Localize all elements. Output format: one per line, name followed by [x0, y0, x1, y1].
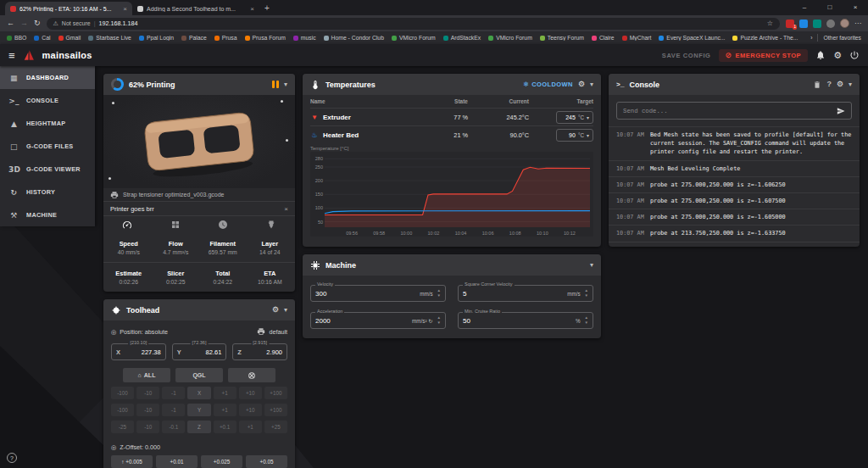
stats-tab-grid-icon[interactable] — [170, 220, 181, 230]
move-button[interactable]: -10 — [136, 421, 159, 433]
machine-limit-field[interactable]: Velocity 300 mm/s ▲▼ — [310, 285, 446, 302]
sidebar-item[interactable]: 3D G-CODE VIEWER — [0, 158, 95, 181]
browser-tab[interactable]: 62% Printing - ETA: 10:16 AM - 5... × — [5, 2, 132, 15]
save-config-button[interactable]: SAVE CONFIG — [662, 52, 711, 59]
bookmark-item[interactable]: Puzzle Archive - The... — [732, 35, 798, 41]
temperature-chart[interactable]: 5010015020025028009:5609:5810:0010:0210:… — [310, 152, 593, 237]
bookmark-item[interactable]: Every SpaceX Launc... — [659, 35, 725, 41]
collapse-chevron-icon[interactable]: ▾ — [284, 306, 287, 314]
refresh-button[interactable]: ↻ — [34, 20, 41, 27]
console-help-icon[interactable]: ? — [826, 81, 832, 88]
extension-icon[interactable] — [799, 20, 808, 28]
bookmark-item[interactable]: ArdStackEx — [443, 35, 481, 41]
sidebar-item[interactable]: ⚒ MACHINE — [0, 203, 95, 226]
bookmark-item[interactable]: VMicro Forum — [488, 35, 532, 41]
cooldown-button[interactable]: ❄ COOLDOWN — [523, 81, 573, 88]
move-button[interactable]: Z — [187, 421, 210, 433]
sidebar-item[interactable]: ▦ DASHBOARD — [0, 66, 95, 89]
stepper-arrows[interactable]: ▲▼ — [437, 289, 441, 298]
back-button[interactable]: ← — [7, 20, 14, 27]
bookmark-item[interactable]: Ppal Login — [139, 35, 174, 41]
bookmark-item[interactable]: Cal — [34, 35, 50, 41]
hamburger-menu-icon[interactable]: ≡ — [8, 50, 15, 61]
move-button[interactable]: -100 — [111, 387, 134, 399]
bookmark-item[interactable]: VMicro Forum — [392, 35, 436, 41]
z-offset-button[interactable]: +0.025 — [201, 455, 242, 468]
notifications-bell-icon[interactable] — [815, 50, 826, 60]
emergency-stop-button[interactable]: ⊘ EMERGENCY STOP — [719, 49, 809, 62]
move-button[interactable]: +100 — [264, 387, 287, 399]
tab-close-icon[interactable]: × — [123, 5, 127, 13]
trash-icon[interactable] — [813, 81, 821, 89]
stats-tab-gauge-icon[interactable] — [122, 220, 132, 230]
window-maximize-button[interactable]: □ — [817, 0, 843, 15]
move-button[interactable]: +1 — [214, 404, 236, 416]
console-command-input[interactable] — [623, 108, 832, 114]
bookmark-item[interactable]: music — [293, 35, 316, 41]
collapse-chevron-icon[interactable]: ▾ — [849, 81, 852, 88]
move-button[interactable]: X — [187, 387, 210, 399]
pause-button[interactable] — [272, 81, 279, 88]
screws-tilt-button[interactable] — [228, 368, 275, 382]
collapse-chevron-icon[interactable]: ▾ — [590, 261, 593, 269]
bookmark-item[interactable]: Home - Condor Club — [324, 35, 384, 41]
move-button[interactable]: -100 — [111, 404, 134, 416]
move-button[interactable]: +10 — [239, 404, 262, 416]
settings-gear-icon[interactable]: ⚙ — [833, 51, 842, 60]
move-button[interactable]: -1 — [162, 387, 185, 399]
new-tab-button[interactable]: + — [259, 2, 275, 15]
collapse-chevron-icon[interactable]: ▾ — [590, 81, 593, 88]
machine-limit-field[interactable]: Min. Cruise Ratio 50 % ▲▼ — [458, 312, 593, 329]
move-button[interactable]: +10 — [239, 387, 262, 399]
move-button[interactable]: +1 — [239, 421, 262, 433]
url-field[interactable]: ⚠ Not secure | 192.168.1.184 ☆ — [47, 18, 780, 30]
stats-tab-clock-icon[interactable] — [218, 220, 228, 230]
browser-menu-icon[interactable]: ⋯ — [854, 20, 861, 27]
extension-icon[interactable] — [813, 20, 821, 28]
bookmark-item[interactable]: Starbase Live — [88, 35, 131, 41]
bookmark-item[interactable]: Prusa — [214, 35, 237, 41]
tab-close-icon[interactable]: × — [250, 5, 254, 13]
axis-position-field[interactable]: [2.915] Z 2.900 — [232, 343, 287, 360]
console-settings-icon[interactable]: ⚙ — [837, 81, 843, 88]
bookmark-item[interactable]: Claire — [592, 35, 615, 41]
move-button[interactable]: +0.1 — [214, 421, 236, 433]
stepper-arrows[interactable]: ▲▼ — [585, 316, 588, 326]
stats-tab-extruder-icon[interactable] — [266, 220, 276, 230]
toolhead-settings-icon[interactable]: ⚙ — [272, 306, 279, 314]
help-button[interactable]: ? — [7, 453, 17, 463]
bookmark-item[interactable]: BBO — [7, 35, 26, 41]
sidebar-item[interactable]: □ G-CODE FILES — [0, 135, 95, 158]
move-button[interactable]: +1 — [214, 387, 236, 399]
heater-target-select[interactable]: 90 °C ▾ — [556, 129, 593, 142]
move-button[interactable]: +25 — [264, 421, 287, 433]
stepper-arrows[interactable]: ▲▼ — [585, 289, 588, 298]
console-log[interactable]: 10:07 AM Bed Mesh state has been saved t… — [609, 126, 860, 247]
machine-limit-field[interactable]: Square Corner Velocity 5 mm/s ▲▼ — [458, 285, 593, 302]
move-button[interactable]: Y — [187, 404, 210, 416]
machine-limit-field[interactable]: Acceleration 2000 mm/s² ↻ ▲▼ — [310, 312, 446, 329]
bookmark-item[interactable]: Palace — [181, 35, 207, 41]
extension-icon[interactable] — [826, 20, 835, 28]
bookmarks-overflow-chevron[interactable]: › — [810, 35, 812, 41]
window-minimize-button[interactable]: – — [792, 0, 817, 15]
bookmark-item[interactable]: Teensy Forum — [540, 35, 584, 41]
move-button[interactable]: -1 — [162, 404, 185, 416]
other-favorites-button[interactable]: Other favorites — [823, 35, 861, 41]
z-offset-button[interactable]: +0.01 — [156, 455, 198, 468]
message-close-icon[interactable]: × — [284, 205, 288, 213]
forward-button[interactable]: → — [20, 20, 28, 27]
sidebar-item[interactable]: ▲ HEIGHTMAP — [0, 112, 95, 135]
axis-position-field[interactable]: [72.36] Y 82.61 — [172, 343, 227, 360]
window-close-button[interactable]: × — [843, 0, 868, 15]
stepper-arrows[interactable]: ▲▼ — [437, 316, 441, 326]
z-offset-button[interactable]: ↑ +0.005 — [111, 455, 153, 468]
send-icon[interactable] — [837, 107, 845, 115]
axis-position-field[interactable]: [210.10] X 227.38 — [111, 343, 166, 360]
sidebar-item[interactable]: ↻ HISTORY — [0, 181, 95, 203]
move-button[interactable]: -10 — [136, 404, 159, 416]
sidebar-item[interactable]: >_ CONSOLE — [0, 89, 95, 112]
extension-icon[interactable]: 1 — [786, 20, 794, 28]
bookmark-item[interactable]: MyChart — [622, 35, 652, 41]
z-offset-button[interactable]: +0.05 — [246, 455, 287, 468]
